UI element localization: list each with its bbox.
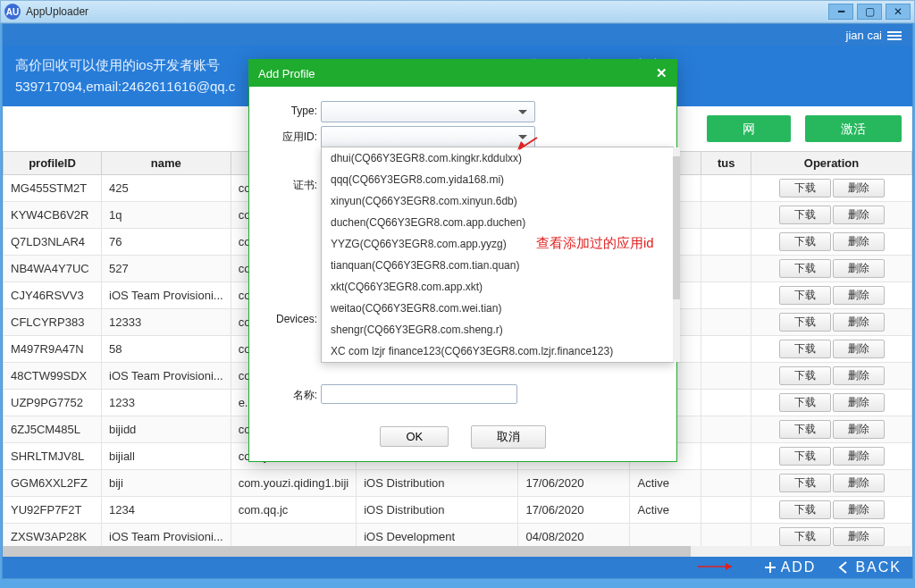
annotation-text: 查看添加过的应用id xyxy=(536,235,654,252)
download-button[interactable]: 下载 xyxy=(779,447,831,466)
cancel-button[interactable]: 取消 xyxy=(471,425,546,449)
dropdown-item[interactable]: dhui(CQ66Y3EGR8.com.kingkr.kddulxx) xyxy=(322,147,673,169)
cell: SHRLTMJV8L xyxy=(4,443,102,470)
operation-cell: 下载删除 xyxy=(751,282,912,309)
operation-cell: 下载删除 xyxy=(751,497,912,524)
maximize-button[interactable]: ▢ xyxy=(857,4,882,20)
cell: biji xyxy=(102,470,231,497)
operation-cell: 下载删除 xyxy=(751,363,912,390)
cell: bijidd xyxy=(102,416,231,443)
delete-button[interactable]: 删除 xyxy=(833,366,885,385)
column-header[interactable]: profileID xyxy=(4,152,102,175)
cell: 58 xyxy=(102,336,231,363)
ok-button[interactable]: OK xyxy=(380,426,449,447)
download-button[interactable]: 下载 xyxy=(779,527,831,546)
delete-button[interactable]: 删除 xyxy=(833,340,885,358)
operation-cell: 下载删除 xyxy=(751,416,912,443)
dropdown-item[interactable]: duchen(CQ66Y3EGR8.com.app.duchen) xyxy=(322,212,673,233)
download-button[interactable]: 下载 xyxy=(779,366,831,385)
cell: bijiall xyxy=(102,443,231,470)
cell: 1234 xyxy=(102,497,231,524)
app-logo: AU xyxy=(4,4,21,20)
delete-button[interactable]: 删除 xyxy=(833,259,885,278)
cell: 527 xyxy=(102,256,231,282)
devices-label: Devices: xyxy=(265,309,321,325)
delete-button[interactable]: 删除 xyxy=(833,527,885,546)
operation-cell: 下载删除 xyxy=(751,390,912,416)
download-button[interactable]: 下载 xyxy=(779,313,831,332)
dropdown-item[interactable]: tianquan(CQ66Y3EGR8.com.tian.quan) xyxy=(322,255,673,276)
operation-cell: 下载删除 xyxy=(751,309,912,336)
download-button[interactable]: 下载 xyxy=(779,179,831,197)
dropdown-item[interactable]: qqq(CQ66Y3EGR8.com.yida168.mi) xyxy=(322,169,673,190)
operation-cell: 下载删除 xyxy=(751,229,912,256)
dropdown-item[interactable]: xkt(CQ66Y3EGR8.com.app.xkt) xyxy=(322,276,673,298)
dropdown-item[interactable]: weitao(CQ66Y3EGR8.com.wei.tian) xyxy=(322,298,673,319)
window-titlebar: AU AppUploader ━ ▢ ✕ xyxy=(0,0,915,23)
table-row[interactable]: YU92FP7F2T1234com.qq.jciOS Distribution1… xyxy=(4,497,912,524)
activate-button[interactable]: 激活 xyxy=(805,115,902,142)
delete-button[interactable]: 删除 xyxy=(833,500,885,519)
appid-select[interactable] xyxy=(321,126,535,147)
cell: 6ZJ5CM485L xyxy=(4,416,102,443)
column-header[interactable]: tus xyxy=(701,152,751,175)
user-menu[interactable]: jian cai xyxy=(846,29,902,42)
delete-button[interactable]: 删除 xyxy=(833,474,885,492)
add-button[interactable]: ADD xyxy=(763,559,817,575)
appid-dropdown[interactable]: dhui(CQ66Y3EGR8.com.kingkr.kddulxx)qqq(C… xyxy=(321,147,674,363)
cell: YU92FP7F2T xyxy=(4,497,102,524)
delete-button[interactable]: 删除 xyxy=(833,232,885,251)
column-header[interactable]: Operation xyxy=(751,152,912,175)
download-button[interactable]: 下载 xyxy=(779,393,831,412)
download-button[interactable]: 下载 xyxy=(779,500,831,519)
cell: UZP9PG7752 xyxy=(4,390,102,416)
delete-button[interactable]: 删除 xyxy=(833,420,885,439)
column-header[interactable]: name xyxy=(102,152,231,175)
cell: CJY46RSVV3 xyxy=(4,282,102,309)
delete-button[interactable]: 删除 xyxy=(833,286,885,305)
plus-icon xyxy=(763,560,777,575)
type-label: Type: xyxy=(265,101,321,117)
download-button[interactable]: 下载 xyxy=(779,232,831,251)
download-button[interactable]: 下载 xyxy=(779,206,831,224)
cell: 1q xyxy=(102,202,231,229)
cell: iOS Distribution xyxy=(357,470,518,497)
type-select[interactable] xyxy=(321,101,535,122)
delete-button[interactable]: 删除 xyxy=(833,447,885,466)
horizontal-scrollbar[interactable] xyxy=(3,546,912,557)
cell: 425 xyxy=(102,175,231,202)
cell: com.youzi.qiding1.biji xyxy=(231,470,357,497)
download-button[interactable]: 下载 xyxy=(779,340,831,358)
dropdown-item[interactable]: XC com lzjr finance123(CQ66Y3EGR8.com.lz… xyxy=(322,340,673,362)
arrow-left-icon xyxy=(837,560,852,575)
download-button[interactable]: 下载 xyxy=(779,420,831,439)
delete-button[interactable]: 删除 xyxy=(833,393,885,412)
download-button[interactable]: 下载 xyxy=(779,286,831,305)
minimize-button[interactable]: ━ xyxy=(828,4,853,20)
download-button[interactable]: 下载 xyxy=(779,474,831,492)
cell: Active xyxy=(630,470,701,497)
download-button[interactable]: 下载 xyxy=(779,259,831,278)
delete-button[interactable]: 删除 xyxy=(833,179,885,197)
back-button[interactable]: BACK xyxy=(837,559,902,575)
operation-cell: 下载删除 xyxy=(751,336,912,363)
window-title: AppUploader xyxy=(26,5,825,18)
cell: Q7LD3NLAR4 xyxy=(4,229,102,256)
website-button[interactable]: 网 xyxy=(707,115,791,142)
cell: MG455STM2T xyxy=(4,175,102,202)
cell: M497R9A47N xyxy=(4,336,102,363)
table-row[interactable]: GGM6XXL2FZbijicom.youzi.qiding1.bijiiOS … xyxy=(4,470,912,497)
delete-button[interactable]: 删除 xyxy=(833,206,885,224)
delete-button[interactable]: 删除 xyxy=(833,313,885,332)
dialog-close-button[interactable]: ✕ xyxy=(656,65,667,81)
annotation-arrow-dropdown xyxy=(516,136,539,152)
name-input[interactable] xyxy=(321,384,517,404)
svg-marker-1 xyxy=(726,563,732,570)
cell: 48CTW99SDX xyxy=(4,363,102,390)
dropdown-item[interactable]: shengr(CQ66Y3EGR8.com.sheng.r) xyxy=(322,319,673,340)
close-button[interactable]: ✕ xyxy=(886,4,911,20)
cell: NB4WA4Y7UC xyxy=(4,256,102,282)
dropdown-item[interactable]: xinyun(CQ66Y3EGR8.com.xinyun.6db) xyxy=(322,190,673,212)
dialog-title: Add Profile xyxy=(258,67,315,80)
operation-cell: 下载删除 xyxy=(751,256,912,282)
